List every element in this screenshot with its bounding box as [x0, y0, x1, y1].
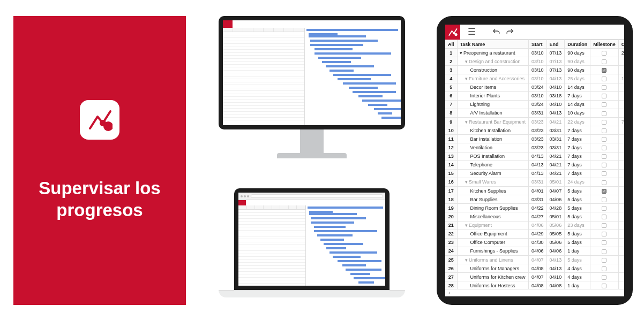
milestone-checkbox[interactable]	[602, 146, 606, 150]
table-row[interactable]: 20Miscellaneous04/2705/015 days0%	[445, 212, 624, 221]
end-cell[interactable]: 04/13	[546, 264, 565, 273]
table-row[interactable]: 5Decor Items03/2404/1014 days10%	[445, 83, 624, 91]
start-cell[interactable]: 03/31	[529, 195, 547, 204]
end-cell[interactable]: 04/21	[546, 152, 565, 160]
duration-cell[interactable]: 23 days	[565, 221, 590, 230]
duration-cell[interactable]: 7 days	[565, 91, 590, 100]
start-cell[interactable]: 03/23	[529, 118, 547, 126]
start-cell[interactable]: 04/13	[529, 169, 547, 178]
completion-cell[interactable]: 0%	[618, 57, 624, 66]
milestone-checkbox[interactable]	[602, 258, 606, 263]
duration-cell[interactable]: 4 days	[565, 273, 590, 281]
browser-url-field[interactable]	[251, 194, 383, 198]
table-row[interactable]: 21▾ Equipment04/0605/0623 days40%	[445, 221, 624, 230]
task-name-cell[interactable]: ▾ Restaurant Bar Equipment	[457, 118, 529, 126]
completion-cell[interactable]: 90%	[618, 135, 624, 143]
start-cell[interactable]: 03/31	[529, 178, 547, 186]
start-cell[interactable]: 04/08	[529, 281, 547, 289]
end-cell[interactable]: 04/13	[546, 74, 565, 83]
table-row[interactable]: 17Kitchen Supplies04/0104/075 days0%	[445, 187, 624, 195]
task-name-cell[interactable]: Bar Supplies	[457, 195, 529, 204]
duration-cell[interactable]: 90 days	[565, 49, 590, 57]
duration-cell[interactable]: 5 days	[565, 195, 590, 204]
duration-cell[interactable]: 7 days	[565, 169, 590, 178]
end-cell[interactable]: 04/10	[546, 83, 565, 91]
table-row[interactable]: 24Furnishings - Supplies04/0604/061 day7…	[445, 247, 624, 255]
milestone-cell[interactable]	[590, 281, 619, 289]
table-row[interactable]: 28Uniforms for Hostess04/0804/081 day60%	[445, 281, 624, 289]
milestone-checkbox[interactable]	[602, 266, 606, 271]
duration-cell[interactable]: 5 days	[565, 204, 590, 212]
milestone-cell[interactable]	[590, 57, 619, 66]
task-name-cell[interactable]: Furnishings - Supplies	[457, 247, 529, 255]
duration-cell[interactable]: 90 days	[565, 57, 590, 66]
completion-cell[interactable]: 10%	[618, 83, 624, 91]
start-cell[interactable]: 04/13	[529, 152, 547, 160]
milestone-cell[interactable]	[590, 135, 619, 143]
table-row[interactable]: 8A/V Installation03/3104/1310 days0%	[445, 109, 624, 117]
col-completion[interactable]: Comp	[618, 40, 624, 49]
milestone-checkbox[interactable]	[602, 137, 606, 142]
task-name-cell[interactable]: ▾ Uniforms and Linens	[457, 256, 529, 264]
task-name-cell[interactable]: Kitchen Supplies	[457, 187, 529, 195]
milestone-checkbox[interactable]	[602, 275, 606, 280]
milestone-checkbox[interactable]	[602, 197, 606, 202]
end-cell[interactable]: 04/06	[546, 195, 565, 204]
completion-cell[interactable]: 26.96%	[618, 49, 624, 57]
end-cell[interactable]: 04/13	[546, 109, 565, 117]
duration-cell[interactable]: 7 days	[565, 143, 590, 152]
start-cell[interactable]: 04/22	[529, 204, 547, 212]
completion-cell[interactable]: 60%	[618, 264, 624, 273]
milestone-checkbox[interactable]	[602, 215, 606, 219]
end-cell[interactable]: 05/01	[546, 178, 565, 186]
end-cell[interactable]: 04/07	[546, 187, 565, 195]
start-cell[interactable]: 03/10	[529, 57, 547, 66]
end-cell[interactable]: 03/18	[546, 91, 565, 100]
start-cell[interactable]: 03/23	[529, 126, 547, 135]
start-cell[interactable]: 03/23	[529, 143, 547, 152]
completion-cell[interactable]: 11.25%	[618, 74, 624, 83]
milestone-cell[interactable]	[590, 273, 619, 281]
milestone-cell[interactable]	[590, 256, 619, 264]
task-name-cell[interactable]: Miscellaneous	[457, 212, 529, 221]
duration-cell[interactable]: 5 days	[565, 256, 590, 264]
task-name-cell[interactable]: ▾ Small Wares	[457, 178, 529, 186]
end-cell[interactable]: 04/21	[546, 160, 565, 169]
duration-cell[interactable]: 24 days	[565, 178, 590, 186]
milestone-cell[interactable]	[590, 169, 619, 178]
footer-pager[interactable]: ‹	[448, 290, 450, 296]
col-all[interactable]: All	[445, 40, 457, 49]
milestone-cell[interactable]	[590, 66, 619, 74]
end-cell[interactable]: 07/13	[546, 66, 565, 74]
milestone-checkbox[interactable]	[602, 240, 606, 245]
duration-cell[interactable]: 14 days	[565, 83, 590, 91]
task-name-cell[interactable]: Uniforms for Hostess	[457, 281, 529, 289]
end-cell[interactable]: 05/06	[546, 238, 565, 247]
start-cell[interactable]: 03/10	[529, 49, 547, 57]
task-name-cell[interactable]: Uniforms for Managers	[457, 264, 529, 273]
milestone-cell[interactable]	[590, 204, 619, 212]
col-milestone[interactable]: Milestone	[590, 40, 619, 49]
end-cell[interactable]: 04/21	[546, 169, 565, 178]
milestone-checkbox[interactable]	[602, 77, 606, 81]
table-row[interactable]: 2▾ Design and construction03/1007/1390 d…	[445, 57, 624, 66]
milestone-cell[interactable]	[590, 152, 619, 160]
task-name-cell[interactable]: ▾ Design and construction	[457, 57, 529, 66]
completion-cell[interactable]: 77.50%	[618, 118, 624, 126]
completion-cell[interactable]: 100%	[618, 169, 624, 178]
task-name-cell[interactable]: Telephone	[457, 160, 529, 169]
task-name-cell[interactable]: Uniforms for Kitchen crew	[457, 273, 529, 281]
col-duration[interactable]: Duration	[565, 40, 590, 49]
table-row[interactable]: 23Office Computer04/3005/065 days50%	[445, 238, 624, 247]
start-cell[interactable]: 04/06	[529, 221, 547, 230]
end-cell[interactable]: 04/21	[546, 118, 565, 126]
table-row[interactable]: 25▾ Uniforms and Linens04/0704/135 days6…	[445, 256, 624, 264]
end-cell[interactable]: 03/31	[546, 126, 565, 135]
table-row[interactable]: 3Construction03/1007/1390 days80%	[445, 66, 624, 74]
start-cell[interactable]: 03/24	[529, 100, 547, 109]
table-row[interactable]: 16▾ Small Wares03/3105/0124 days0%	[445, 178, 624, 186]
completion-cell[interactable]: 0%	[618, 212, 624, 221]
milestone-checkbox[interactable]	[602, 206, 606, 211]
milestone-cell[interactable]	[590, 187, 619, 195]
start-cell[interactable]: 04/08	[529, 264, 547, 273]
